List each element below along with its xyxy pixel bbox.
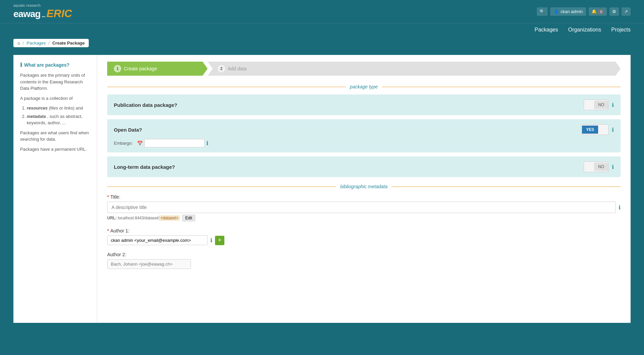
breadcrumb-packages-link[interactable]: Packages (26, 41, 46, 46)
publication-no-btn[interactable]: NO (594, 101, 608, 109)
longterm-toggle[interactable]: NO (584, 161, 609, 172)
publication-card-title: Publication data package? (114, 102, 177, 108)
longterm-card: Long-term data package? NO ℹ (107, 156, 621, 177)
url-edit-btn[interactable]: Edit (182, 215, 195, 221)
publication-toggle-spacer (584, 100, 594, 110)
breadcrumb-current: Create Package (52, 41, 85, 46)
external-link-btn[interactable]: ↗ (622, 7, 631, 16)
steps-bar: 1 Create package 2 Add data (107, 62, 621, 76)
step-1-number: 1 (114, 65, 121, 72)
title-info-btn[interactable]: ℹ (619, 204, 621, 211)
author1-input-row: ℹ + (107, 235, 621, 245)
breadcrumb-bar: ⌂ / Packages / Create Package (0, 36, 644, 50)
step-2-label: Add data (228, 66, 246, 71)
package-type-section-label: package type (350, 84, 378, 89)
biblio-divider-line-right (391, 187, 621, 187)
title-label: * Title: (107, 194, 621, 200)
open-data-toggle[interactable]: YES (582, 124, 609, 135)
header-controls: 🔍 👤 ckan admin 🔔 0 ⚙ ↗ (537, 7, 631, 16)
sidebar-list-item1: resources (files or links) and (27, 105, 90, 112)
author1-required-marker: * (107, 228, 109, 233)
sidebar-para4: Packages have a permanent URL. (20, 146, 90, 153)
author2-input[interactable] (107, 259, 191, 269)
header: aquatic research eawag ... ERIC 🔍 👤 ckan… (0, 0, 644, 23)
breadcrumb-sep2: / (49, 41, 50, 46)
author1-add-btn[interactable]: + (215, 236, 224, 245)
embargo-info-btn[interactable]: ℹ (206, 140, 208, 146)
url-dataset-tag: <dataset> (159, 215, 180, 221)
longterm-toggle-spacer (584, 162, 594, 172)
logo-sub-text: aquatic research (13, 3, 72, 7)
embargo-input[interactable] (144, 139, 205, 147)
search-icon-btn[interactable]: 🔍 (537, 7, 548, 16)
logo-dots: ... (42, 12, 45, 18)
longterm-card-title: Long-term data package? (114, 164, 175, 170)
settings-btn[interactable]: ⚙ (610, 7, 619, 16)
sidebar-info-icon: ℹ (20, 62, 22, 68)
author2-section: Author 2: (107, 252, 621, 269)
longterm-no-btn[interactable]: NO (594, 163, 608, 171)
logo-eric: ERIC (47, 7, 72, 19)
sidebar-resources-rest: (files or links) and (49, 105, 83, 111)
notification-btn[interactable]: 🔔 0 (589, 7, 607, 16)
title-required-marker: * (107, 194, 109, 200)
divider-line-left (107, 87, 346, 87)
open-data-card-title: Open Data? (114, 127, 142, 133)
user-menu-btn[interactable]: 👤 ckan admin (550, 7, 586, 16)
nav-projects[interactable]: Projects (611, 27, 631, 33)
open-data-card: Open Data? YES ℹ Embargo: 📅 ℹ (107, 119, 621, 152)
author1-input[interactable] (107, 235, 208, 245)
sidebar-metadata-label: metadata (27, 114, 46, 119)
logo: aquatic research eawag ... ERIC (13, 3, 72, 20)
sidebar-resources-label: resources (27, 105, 48, 111)
embargo-label: Embargo: (114, 141, 133, 146)
step-2-number: 2 (218, 65, 225, 72)
package-type-divider: package type (107, 84, 621, 89)
embargo-input-wrap: 📅 ℹ (137, 139, 208, 147)
longterm-info-btn[interactable]: ℹ (612, 164, 614, 170)
publication-info-btn[interactable]: ℹ (612, 102, 614, 108)
publication-card-header: Publication data package? NO ℹ (114, 99, 614, 110)
sidebar-para2: A package is a collection of (20, 95, 90, 102)
calendar-icon: 📅 (137, 141, 143, 146)
username-label: ckan admin (561, 9, 583, 14)
notification-count: 0 (598, 9, 604, 14)
divider-line-right (382, 87, 621, 87)
embargo-row: Embargo: 📅 ℹ (114, 139, 614, 147)
longterm-card-header: Long-term data package? NO ℹ (114, 161, 614, 172)
breadcrumb: ⌂ / Packages / Create Package (13, 39, 89, 47)
biblio-divider-line-left (107, 187, 336, 187)
url-label: URL: (107, 216, 117, 220)
breadcrumb-home-icon[interactable]: ⌂ (17, 41, 20, 46)
author1-label-text: Author 1: (110, 228, 129, 233)
main-nav: Packages Organizations Projects (0, 23, 644, 36)
author2-label: Author 2: (107, 252, 621, 257)
main-container: ℹ What are packages? Packages are the pr… (13, 55, 631, 323)
bibliographic-divider: bibliographic metadata (107, 184, 621, 189)
content-area: 1 Create package 2 Add data package type… (97, 55, 631, 323)
nav-organizations[interactable]: Organizations (568, 27, 601, 33)
open-data-yes-btn[interactable]: YES (582, 126, 598, 134)
author1-section: * Author 1: ℹ + (107, 228, 621, 245)
step-1-label: Create package (124, 66, 157, 71)
step-1[interactable]: 1 Create package (107, 62, 208, 76)
title-input[interactable] (107, 202, 616, 213)
publication-card: Publication data package? NO ℹ (107, 94, 621, 115)
sidebar-list-item2: metadata , such as abstract, keywords, a… (27, 113, 90, 126)
nav-packages[interactable]: Packages (534, 27, 558, 33)
sidebar-list: resources (files or links) and metadata … (20, 105, 90, 126)
publication-toggle[interactable]: NO (584, 99, 609, 110)
user-icon: 👤 (554, 9, 559, 14)
open-data-info-btn[interactable]: ℹ (612, 127, 614, 133)
author1-label: * Author 1: (107, 228, 621, 233)
sidebar-para3: Packages are what users find when search… (20, 130, 90, 143)
bibliographic-section-label: bibliographic metadata (340, 184, 387, 189)
sidebar: ℹ What are packages? Packages are the pr… (13, 55, 97, 323)
sidebar-title: ℹ What are packages? (20, 62, 90, 68)
url-base: localhost:8443/dataset/ (118, 216, 159, 220)
logo-main: eawag (13, 9, 41, 19)
step-2[interactable]: 2 Add data (208, 62, 621, 76)
header-icon-group: 🔍 👤 ckan admin 🔔 0 ⚙ ↗ (537, 7, 631, 16)
sidebar-para1: Packages are the primary units of conten… (20, 72, 90, 92)
author1-info-btn[interactable]: ℹ (210, 237, 212, 243)
